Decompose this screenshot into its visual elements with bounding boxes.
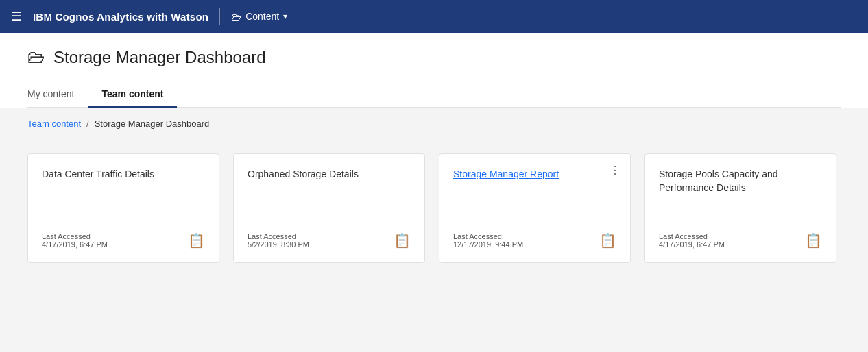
card-data-center[interactable]: Data Center Traffic Details Last Accesse… — [27, 153, 219, 263]
content-tabs: My content Team content — [27, 81, 841, 108]
breadcrumb: Team content / Storage Manager Dashboard — [0, 108, 868, 140]
card-report-icon-storage-pools: 📋 — [805, 232, 822, 249]
content-folder-icon: 🗁 — [231, 11, 241, 23]
card-accessed-data-center: Last Accessed 4/17/2019, 6:47 PM — [42, 232, 108, 249]
card-title-storage-manager[interactable]: Storage Manager Report — [453, 168, 616, 181]
card-report-icon-orphaned: 📋 — [394, 232, 411, 249]
tab-my-content[interactable]: My content — [27, 81, 88, 108]
nav-divider — [219, 8, 220, 25]
card-storage-pools[interactable]: Storage Pools Capacity and Performance D… — [644, 153, 836, 263]
breadcrumb-current: Storage Manager Dashboard — [95, 118, 210, 129]
page-folder-icon: 🗁 — [27, 47, 45, 68]
card-accessed-orphaned-storage: Last Accessed 5/2/2019, 8:30 PM — [248, 232, 309, 249]
card-footer-storage-pools: Last Accessed 4/17/2019, 6:47 PM 📋 — [659, 232, 822, 249]
card-title-storage-pools: Storage Pools Capacity and Performance D… — [659, 168, 822, 194]
breadcrumb-separator: / — [86, 118, 89, 129]
app-title: IBM Cognos Analytics with Watson — [33, 11, 208, 23]
tab-team-content[interactable]: Team content — [88, 81, 177, 108]
card-accessed-storage-manager: Last Accessed 12/17/2019, 9:44 PM — [453, 232, 523, 249]
card-menu-icon[interactable]: ⋮ — [610, 164, 620, 177]
card-title-data-center: Data Center Traffic Details — [42, 168, 205, 181]
breadcrumb-team-content-link[interactable]: Team content — [27, 118, 81, 129]
card-footer-orphaned-storage: Last Accessed 5/2/2019, 8:30 PM 📋 — [248, 232, 411, 249]
card-accessed-storage-pools: Last Accessed 4/17/2019, 6:47 PM — [659, 232, 725, 249]
card-report-icon-storage-manager: 📋 — [599, 232, 616, 249]
card-footer-storage-manager: Last Accessed 12/17/2019, 9:44 PM 📋 — [453, 232, 616, 249]
content-label: Content — [245, 11, 279, 22]
hamburger-menu-icon[interactable]: ☰ — [11, 9, 22, 24]
content-dropdown[interactable]: 🗁 Content ▾ — [231, 11, 287, 23]
page-title-row: 🗁 Storage Manager Dashboard — [27, 47, 841, 68]
card-footer-data-center: Last Accessed 4/17/2019, 6:47 PM 📋 — [42, 232, 205, 249]
content-chevron-icon: ▾ — [283, 12, 287, 21]
page-header: 🗁 Storage Manager Dashboard My content T… — [0, 33, 868, 108]
top-navigation: ☰ IBM Cognos Analytics with Watson 🗁 Con… — [0, 0, 868, 33]
card-report-icon-data-center: 📋 — [188, 232, 205, 249]
card-storage-manager-report[interactable]: ⋮ Storage Manager Report Last Accessed 1… — [439, 153, 631, 263]
card-title-orphaned-storage: Orphaned Storage Details — [248, 168, 411, 181]
cards-grid: Data Center Traffic Details Last Accesse… — [0, 140, 868, 290]
page-title: Storage Manager Dashboard — [53, 48, 266, 67]
card-orphaned-storage[interactable]: Orphaned Storage Details Last Accessed 5… — [233, 153, 425, 263]
